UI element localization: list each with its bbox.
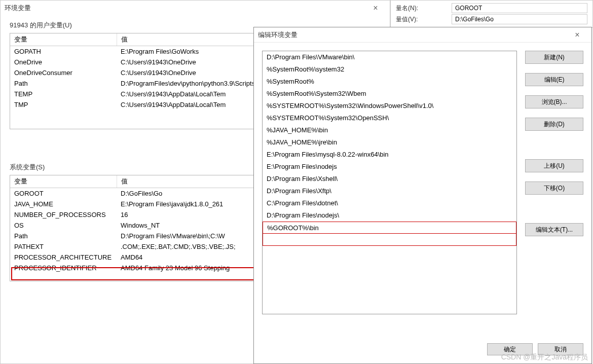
path-list-item[interactable]: %JAVA_HOME%\jre\bin [263,136,516,149]
path-list-item[interactable]: %SystemRoot% [263,76,516,88]
path-list-item[interactable]: %GOROOT%\bin [263,222,516,234]
close-icon[interactable]: × [567,30,587,40]
edit-text-button[interactable]: 编辑文本(T)... [525,223,583,236]
delete-button[interactable]: 删除(D) [525,118,583,131]
user-col-var[interactable]: 变量 [10,33,117,46]
path-list-item[interactable]: E:\Program Files\nodejs [263,161,516,173]
move-down-button[interactable]: 下移(O) [525,181,583,195]
var-name-cell: GOPATH [10,46,117,57]
var-value-input[interactable] [452,14,587,24]
ok-button[interactable]: 确定 [487,343,533,355]
var-name-cell: OneDrive [10,57,117,67]
path-list-item[interactable]: %SystemRoot%\system32 [263,63,516,76]
path-list-item[interactable]: E:\Program Files\mysql-8.0.22-winx64\bin [263,149,516,161]
browse-button[interactable]: 浏览(B)... [525,95,583,108]
var-name-cell: Path [10,78,117,89]
var-name-cell: OneDriveConsumer [10,67,117,78]
env-dialog-title: 环境变量 [5,4,365,13]
var-name-cell: TEMP [10,89,117,99]
edit-env-variable-dialog: 编辑环境变量 × D:\Program Files\VMware\bin\%Sy… [253,27,592,364]
close-icon[interactable]: × [365,4,386,13]
path-list-item[interactable]: %SYSTEMROOT%\System32\OpenSSH\ [263,112,516,124]
var-name-cell: OS [10,220,117,231]
path-list-item[interactable]: %JAVA_HOME%\bin [263,124,516,136]
move-up-button[interactable]: 上移(U) [525,159,583,172]
var-name-cell: TMP [10,99,117,110]
path-list-item[interactable]: D:\Program Files\Xftp\ [263,185,516,197]
var-name-cell: PROCESSOR_IDENTIFIER [10,263,117,273]
var-name-cell: PATHEXT [10,241,117,252]
path-list-item-empty[interactable] [263,234,516,246]
path-listbox[interactable]: D:\Program Files\VMware\bin\%SystemRoot%… [262,51,517,314]
path-list-item[interactable]: D:\Program Files\nodejs\ [263,209,516,222]
var-name-cell: PROCESSOR_ARCHITECTURE [10,252,117,263]
path-list-item[interactable]: %SYSTEMROOT%\System32\WindowsPowerShell\… [263,100,516,112]
cancel-button[interactable]: 取消 [538,343,583,355]
path-list-item[interactable]: D:\Program Files\VMware\bin\ [263,51,516,63]
variable-definition-strip: 量名(N): 量值(V): [390,0,593,28]
var-name-label: 量名(N): [396,4,452,13]
path-list-item[interactable]: C:\Program Files\dotnet\ [263,197,516,209]
var-name-cell: Path [10,231,117,241]
edit-button[interactable]: 编辑(E) [525,73,583,86]
new-button[interactable]: 新建(N) [525,51,583,64]
var-name-cell: GOROOT [10,188,117,199]
var-name-cell: JAVA_HOME [10,199,117,209]
path-list-item[interactable]: D:\Program Files\Xshell\ [263,173,516,185]
edit-dialog-title: 编辑环境变量 [258,30,567,40]
sys-col-var[interactable]: 变量 [10,175,117,188]
var-name-input[interactable] [452,3,587,13]
var-name-cell: NUMBER_OF_PROCESSORS [10,209,117,220]
path-list-item[interactable]: %SystemRoot%\System32\Wbem [263,88,516,100]
var-value-label: 量值(V): [396,15,452,24]
